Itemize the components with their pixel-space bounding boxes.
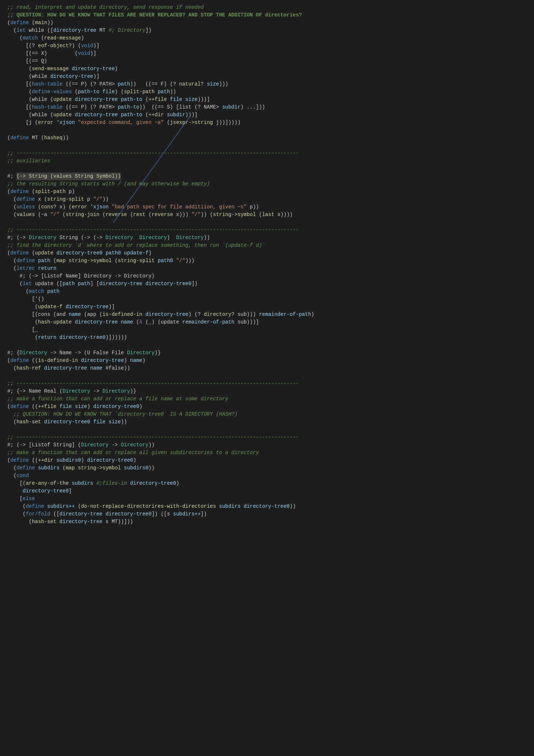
code-line-36: #; (-> [Listof Name] Directory -> Direct… bbox=[0, 272, 534, 280]
code-line-31: #; (-> Directory String (-> (-> Director… bbox=[0, 234, 534, 242]
code-editor: ;; read, interpret and update directory,… bbox=[0, 0, 534, 529]
code-line-5: (match (read-message) bbox=[0, 34, 534, 42]
code-line-66: (define subdirs++ (do-not-replace-direct… bbox=[0, 503, 534, 510]
code-line-67: (for/fold ([directory-tree directory-tre… bbox=[0, 510, 534, 518]
comment-text: ;; QUESTION: HOW DO WE KNOW THAT FILES A… bbox=[7, 11, 302, 19]
code-line-29 bbox=[0, 219, 534, 226]
code-line-27: (unless (cons? x) (error 'xjson "bad pat… bbox=[0, 203, 534, 211]
code-line-53: (define ((++file file size) directory-tr… bbox=[0, 403, 534, 411]
code-line-63: [(are-any-of-the subdirs #;files-in dire… bbox=[0, 480, 534, 487]
code-line-13: (while (update directory-tree path-to (+… bbox=[0, 96, 534, 103]
code-line-61: (define subdirs (map string->symbol subd… bbox=[0, 464, 534, 472]
code-line-39: ['() bbox=[0, 295, 534, 303]
code-line-44: (return directory-tree0)]))))) bbox=[0, 334, 534, 341]
code-line-47: (define ((is-defined-in directory-tree) … bbox=[0, 357, 534, 364]
code-line-10: (while directory-tree)] bbox=[0, 73, 534, 80]
code-line-20: ;; -------------------------------------… bbox=[0, 150, 534, 157]
code-line-55: (hash-set directory-tree0 file size)) bbox=[0, 418, 534, 426]
code-line-35: (let/ec return bbox=[0, 265, 534, 272]
code-line-2: ;; QUESTION: HOW DO WE KNOW THAT FILES A… bbox=[0, 11, 534, 19]
code-line-65: [else bbox=[0, 495, 534, 503]
code-line-15: (while (update directory-tree path-to (+… bbox=[0, 111, 534, 119]
code-line-11: [(hash-table ((== P) (? PATH> path)) ((=… bbox=[0, 80, 534, 88]
code-line-6: [(? eof-object?) (void)] bbox=[0, 42, 534, 50]
code-line-52: ;; make a function that can add or repla… bbox=[0, 395, 534, 403]
code-line-38: (match path bbox=[0, 288, 534, 295]
code-line-37: (let update ([path path] [directory-tree… bbox=[0, 280, 534, 288]
code-line-60: (define ((++dir subdirs0) directory-tree… bbox=[0, 457, 534, 464]
code-line-62: (cond bbox=[0, 472, 534, 480]
code-line-14: [(hash-table ((== P) (? PATH> path-to)) … bbox=[0, 103, 534, 111]
code-line-56 bbox=[0, 426, 534, 434]
code-line-42: (hash-update directory-tree name (λ (_) … bbox=[0, 318, 534, 326]
code-line-21: ;; auxiliaries bbox=[0, 157, 534, 165]
comment-text: ;; read, interpret and update directory,… bbox=[7, 4, 204, 11]
code-line-45 bbox=[0, 341, 534, 349]
code-line-26: (define x (string-split p "/")) bbox=[0, 196, 534, 203]
code-line-28: (values (~a "/" (string-join (reverse (r… bbox=[0, 211, 534, 219]
code-line-33: (define (update directory-tree0 path0 up… bbox=[0, 249, 534, 257]
code-line-8: [(== Q) bbox=[0, 57, 534, 65]
code-line-25: (define (split-path p) bbox=[0, 188, 534, 196]
code-line-34: (define path (map string->symbol (string… bbox=[0, 257, 534, 265]
code-line-9: (send-message directory-tree) bbox=[0, 65, 534, 73]
code-line-1: ;; read, interpret and update directory,… bbox=[0, 4, 534, 11]
code-line-12: (define-values (path-to file) (split-pat… bbox=[0, 88, 534, 96]
code-line-59: ;; make a function that can add or repla… bbox=[0, 449, 534, 457]
code-line-54: ;; QUESTION: HOW DO WE KNOW THAT `direct… bbox=[0, 411, 534, 418]
code-line-32: ;; find the directory `d` where to add o… bbox=[0, 242, 534, 249]
code-line-23: #; (-> String (values String Symbol)) bbox=[0, 173, 534, 180]
code-line-18: (define MT (hasheq)) bbox=[0, 134, 534, 142]
code-line-46: #; {Directory -> Name -> (U False File D… bbox=[0, 349, 534, 357]
code-line-16: [j (error 'xjson "expected command, give… bbox=[0, 119, 534, 126]
code-line-43: [_ bbox=[0, 326, 534, 334]
code-line-7: [(== X) (void)] bbox=[0, 50, 534, 57]
code-line-3: (define (main)) bbox=[0, 19, 534, 27]
code-line-68: (hash-set directory-tree s MT))])) bbox=[0, 518, 534, 526]
code-line-51: #; {-> Name Real (Directory -> Directory… bbox=[0, 388, 534, 395]
code-line-24: ;; the resulting String starts with / (a… bbox=[0, 180, 534, 188]
code-line-30: ;; -------------------------------------… bbox=[0, 226, 534, 234]
code-line-40: (update-f directory-tree)] bbox=[0, 303, 534, 311]
code-line-4: (let while ([directory-tree MT #; Direct… bbox=[0, 27, 534, 34]
code-line-58: #; (-> [Listof String] (Directory -> Dir… bbox=[0, 441, 534, 449]
code-line-50: ;; -------------------------------------… bbox=[0, 380, 534, 388]
code-line-22 bbox=[0, 165, 534, 173]
code-line-19 bbox=[0, 142, 534, 150]
code-line-41: [(cons (and name (app (is-defined-in dir… bbox=[0, 311, 534, 318]
code-line-57: ;; -------------------------------------… bbox=[0, 434, 534, 441]
code-line-49 bbox=[0, 372, 534, 380]
code-line-64: directory-tree0] bbox=[0, 487, 534, 495]
code-line-17 bbox=[0, 126, 534, 134]
code-line-48: (hash-ref directory-tree name #false)) bbox=[0, 364, 534, 372]
